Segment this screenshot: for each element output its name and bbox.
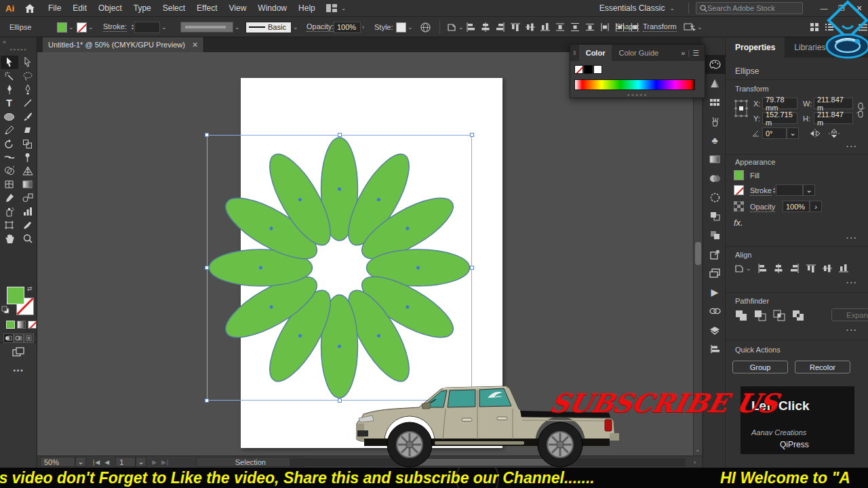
w-field[interactable]: 211.847 m [814, 98, 853, 109]
stroke-color-control[interactable]: ⌄ [77, 17, 94, 37]
curvature-tool[interactable] [19, 83, 37, 96]
swatch-black[interactable] [584, 65, 593, 74]
rotate-tool[interactable] [1, 137, 18, 150]
align-top-icon[interactable] [510, 22, 521, 33]
gradient-tool[interactable] [19, 178, 37, 191]
stroke-weight-label[interactable]: Stroke: [103, 17, 127, 37]
menu-view[interactable]: View [229, 3, 247, 13]
selection-handle-nw[interactable] [205, 133, 209, 137]
width-tool[interactable] [1, 150, 18, 164]
align-left-icon[interactable] [757, 263, 768, 274]
stroke-weight-field[interactable] [134, 22, 160, 33]
align-to-dropdown[interactable]: ⌄ [446, 17, 464, 37]
pathfinder-minus-front-icon[interactable] [754, 310, 766, 321]
column-graph-tool[interactable] [19, 205, 37, 218]
distribute-top-icon[interactable] [555, 22, 566, 33]
shape-link[interactable]: Shape: [616, 17, 639, 37]
appearance-stroke-swatch[interactable] [734, 185, 744, 195]
paintbrush-tool[interactable] [19, 110, 37, 123]
scroll-right-icon[interactable]: › [694, 459, 696, 466]
menu-edit[interactable]: Edit [73, 3, 87, 13]
constrain-proportions-icon[interactable] [856, 102, 865, 119]
type-tool[interactable]: T [1, 96, 18, 110]
tab-color-guide[interactable]: Color Guide [612, 49, 665, 57]
scale-tool[interactable] [19, 137, 37, 150]
zoom-dropdown-icon[interactable]: ⌄ [75, 457, 86, 467]
layers-panel-icon[interactable] [703, 321, 726, 340]
next-artboard-icon[interactable]: ▶ [152, 459, 157, 466]
brushes-panel-icon[interactable] [703, 112, 726, 131]
menu-select[interactable]: Select [163, 3, 185, 13]
fill-indicator[interactable] [7, 287, 24, 304]
opacity-label-panel[interactable]: Opacity [750, 203, 775, 212]
draw-behind-mode[interactable] [14, 333, 24, 343]
stock-search[interactable] [696, 2, 803, 14]
shape-builder-tool[interactable] [1, 164, 18, 178]
pathfinder-intersect-icon[interactable] [773, 310, 785, 321]
appearance-fill-swatch[interactable] [734, 170, 744, 180]
pathfinder-panel-icon[interactable] [703, 207, 726, 226]
stroke-label[interactable]: Stroke [750, 186, 772, 196]
selection-handle-n[interactable] [338, 133, 342, 137]
tab-color[interactable]: Color [579, 45, 612, 61]
menu-help[interactable]: Help [298, 3, 315, 13]
actions-panel-icon[interactable]: ▶ [703, 283, 726, 302]
flip-vertical-icon[interactable] [829, 129, 840, 138]
scroll-down-icon[interactable]: ⌄ [695, 446, 701, 453]
puppet-warp-tool[interactable] [19, 150, 37, 164]
h-field[interactable]: 211.847 m [814, 113, 853, 124]
arrange-documents-icon[interactable]: ⌄ [326, 4, 347, 12]
align-right-icon[interactable] [495, 22, 506, 33]
selection-handle-e[interactable] [470, 266, 474, 270]
asset-export-panel-icon[interactable] [703, 245, 726, 264]
reference-point-locator[interactable] [734, 98, 749, 119]
document-tab[interactable]: Untitled-1* @ 50% (CMYK/GPU Preview) ✕ [43, 37, 204, 52]
opacity-control[interactable]: 100% › [334, 17, 364, 37]
color-spectrum-bar[interactable] [574, 79, 695, 90]
swatches-panel-icon[interactable] [703, 93, 726, 112]
brush-definition-dropdown[interactable]: Basic ⌄ [245, 17, 298, 37]
opacity-field-panel[interactable]: 100% [783, 201, 810, 212]
pathfinder-more-options[interactable]: ··· [846, 326, 858, 334]
transform-more-options[interactable]: ··· [846, 142, 858, 150]
artboard-number-field[interactable]: 1 [115, 457, 136, 467]
selection-handle-sw[interactable] [205, 399, 209, 403]
align-more-options[interactable]: ··· [846, 279, 858, 287]
selection-handle-ne[interactable] [470, 133, 474, 137]
none-button[interactable] [28, 321, 37, 329]
menu-window[interactable]: Window [258, 3, 287, 13]
distribute-vcenter-icon[interactable] [570, 22, 580, 33]
transform-link[interactable]: Transform [643, 17, 677, 37]
panel-resize-handle[interactable]: ●●●●● [627, 92, 648, 97]
gradient-panel-icon[interactable] [703, 150, 726, 169]
slice-tool[interactable] [19, 218, 37, 232]
panel-expand-icon[interactable]: » [678, 49, 688, 57]
gradient-button[interactable] [17, 321, 26, 329]
mesh-tool[interactable] [1, 178, 18, 191]
y-field[interactable]: 152.715 m [762, 113, 797, 124]
opacity-field[interactable]: 100% [334, 22, 361, 33]
distribute-left-icon[interactable] [599, 22, 610, 33]
links-panel-icon[interactable] [703, 302, 726, 321]
line-segment-tool[interactable] [19, 96, 37, 110]
document-setup-globe-icon[interactable] [420, 17, 431, 37]
color-button[interactable] [6, 321, 15, 329]
pen-tool[interactable] [1, 83, 18, 96]
align-bottom-icon[interactable] [838, 263, 849, 274]
group-button[interactable]: Group [732, 361, 788, 373]
magic-wand-tool[interactable] [1, 69, 18, 83]
align-panel-icon[interactable] [703, 340, 726, 359]
pathfinder-exclude-icon[interactable] [792, 310, 804, 321]
blend-tool[interactable] [19, 191, 37, 205]
align-hcenter-icon[interactable] [480, 22, 491, 33]
stroke-weight-control[interactable]: ▴▾ ⌄ [132, 17, 167, 37]
style-control[interactable]: ⌄ [396, 17, 413, 37]
align-left-icon[interactable] [465, 22, 476, 33]
artboard-tool[interactable] [1, 218, 18, 232]
artboards-panel-icon[interactable] [703, 264, 726, 283]
panel-collapse-icon[interactable]: ⇕ [570, 50, 579, 56]
opacity-label[interactable]: Opacity: [307, 17, 334, 37]
zoom-level[interactable]: 50% [40, 457, 75, 467]
tab-properties[interactable]: Properties [726, 37, 785, 58]
swatch-none[interactable] [574, 65, 583, 74]
